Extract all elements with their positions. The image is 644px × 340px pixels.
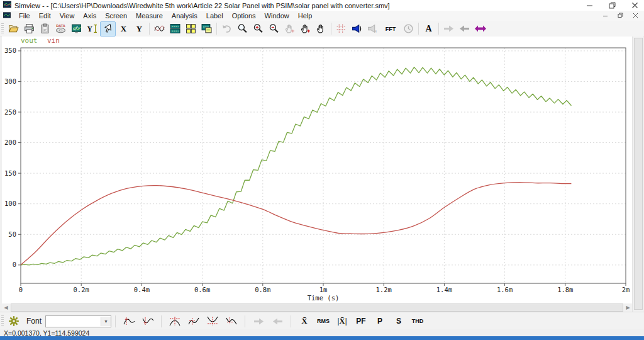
fft-button[interactable]: FFT bbox=[380, 21, 401, 37]
zoom-out-icon bbox=[269, 23, 279, 34]
abs-mean-button[interactable]: |X̄| bbox=[333, 314, 352, 329]
abs-mean-label: |X̄| bbox=[337, 316, 347, 326]
horizontal-scrollbar[interactable]: ◀ ▶ bbox=[2, 303, 632, 312]
menu-view[interactable]: View bbox=[55, 11, 79, 20]
close-icon bbox=[631, 2, 638, 9]
local-min-button[interactable] bbox=[222, 314, 241, 329]
screen-layout-button[interactable] bbox=[199, 21, 214, 37]
minimize-button[interactable] bbox=[582, 1, 596, 9]
menu-measure[interactable]: Measure bbox=[131, 11, 167, 20]
next-peak-button[interactable] bbox=[119, 314, 138, 329]
svg-text:350: 350 bbox=[4, 47, 16, 54]
horizontal-scroll-thumb[interactable] bbox=[11, 303, 623, 312]
zoom-in-button[interactable] bbox=[250, 21, 266, 37]
svg-text:250: 250 bbox=[4, 108, 16, 116]
document-icon[interactable] bbox=[3, 11, 11, 20]
save-data-button[interactable]: DATA bbox=[53, 21, 69, 37]
simview-window: Simview - - [C:\Users\HP\Downloads\Wired… bbox=[0, 0, 644, 340]
restore-button[interactable] bbox=[605, 1, 619, 9]
next-valley-button[interactable] bbox=[138, 314, 157, 329]
pan-zoom-button[interactable] bbox=[297, 21, 313, 37]
prev-page-button[interactable] bbox=[457, 21, 472, 37]
menu-screen[interactable]: Screen bbox=[101, 11, 131, 20]
measure-tool-button[interactable] bbox=[349, 21, 365, 37]
menu-file[interactable]: File bbox=[14, 11, 35, 20]
pointer-tool-button[interactable] bbox=[100, 21, 116, 37]
vertical-scroll-thumb[interactable] bbox=[634, 38, 643, 310]
real-power-button[interactable]: P bbox=[370, 314, 389, 329]
curves-button[interactable] bbox=[152, 21, 167, 37]
x-axis-button[interactable]: X bbox=[116, 21, 131, 37]
scroll-right-arrow[interactable]: ▶ bbox=[624, 303, 632, 312]
chevron-down-icon[interactable]: ▼ bbox=[101, 317, 111, 326]
menu-label[interactable]: Label bbox=[202, 11, 228, 20]
cursor-readout: X=0.001370, Y1=114.599024 bbox=[4, 329, 89, 337]
svg-text:1.6m: 1.6m bbox=[497, 286, 513, 293]
text-label: A bbox=[425, 24, 431, 34]
menu-options[interactable]: Options bbox=[228, 11, 260, 20]
menu-analysis[interactable]: Analysis bbox=[167, 11, 202, 20]
thd-button[interactable]: THD bbox=[408, 314, 427, 329]
power-factor-button[interactable]: PF bbox=[352, 314, 370, 329]
undo-button[interactable] bbox=[219, 21, 235, 37]
settings-button[interactable] bbox=[6, 314, 21, 329]
next-page-button[interactable] bbox=[441, 21, 457, 37]
svg-text:Time (s): Time (s) bbox=[308, 294, 340, 302]
scroll-left-arrow[interactable]: ◀ bbox=[2, 303, 10, 312]
next-point-button[interactable] bbox=[249, 314, 268, 329]
full-range-button[interactable] bbox=[472, 21, 488, 37]
rms-button[interactable]: RMS bbox=[314, 314, 333, 329]
copy-clipboard-button[interactable] bbox=[37, 21, 53, 37]
prev-point-button[interactable] bbox=[268, 314, 287, 329]
global-max-button[interactable] bbox=[165, 314, 184, 329]
toolbar-separator bbox=[331, 23, 331, 35]
toolbar-grip[interactable] bbox=[1, 315, 4, 327]
menu-axis[interactable]: Axis bbox=[79, 11, 101, 20]
print-button[interactable] bbox=[21, 21, 37, 37]
measure-tool-disabled-button[interactable]: 4 bbox=[365, 21, 380, 37]
measurement-toolbar: Font ▼ bbox=[0, 312, 644, 330]
split-screens-button[interactable] bbox=[167, 21, 183, 37]
hand-plus-icon bbox=[300, 23, 311, 34]
add-text-button[interactable]: A bbox=[421, 21, 436, 37]
zoom-button[interactable] bbox=[235, 21, 250, 37]
y-axis-button[interactable]: Y bbox=[131, 21, 147, 37]
main-toolbar: DATA Y X bbox=[0, 21, 644, 37]
mdi-close-button[interactable] bbox=[630, 12, 640, 19]
y-cursor-button[interactable]: Y bbox=[84, 21, 100, 37]
waveform-chart[interactable]: 00.2m0.4m0.6m0.8m1m1.2m1.4m1.6m1.8m2m050… bbox=[2, 37, 632, 303]
svg-text:2m: 2m bbox=[622, 286, 630, 293]
add-waveform-button[interactable] bbox=[69, 21, 84, 37]
open-button[interactable] bbox=[6, 21, 21, 37]
mdi-restore-button[interactable] bbox=[615, 12, 625, 19]
mean-button[interactable]: X̄ bbox=[295, 314, 314, 329]
menu-window[interactable]: Window bbox=[260, 11, 294, 20]
thd-label: THD bbox=[412, 318, 424, 324]
svg-text:1.2m: 1.2m bbox=[376, 286, 392, 293]
simview-logo-icon bbox=[3, 1, 11, 9]
time-display-disabled-button[interactable] bbox=[401, 21, 416, 37]
arrow-both-purple-icon bbox=[474, 24, 487, 33]
svg-text:0.8m: 0.8m bbox=[255, 286, 270, 293]
menu-help[interactable]: Help bbox=[294, 11, 317, 20]
zoom-out-button[interactable] bbox=[266, 21, 282, 37]
font-combobox[interactable]: ▼ bbox=[45, 315, 111, 327]
vertical-scrollbar[interactable] bbox=[632, 37, 643, 312]
gear-icon bbox=[8, 315, 19, 327]
y-axis-cursor-icon: Y bbox=[87, 23, 97, 34]
font-label: Font bbox=[26, 317, 42, 326]
svg-text:vout: vout bbox=[21, 37, 38, 45]
toolbar-separator bbox=[161, 315, 162, 327]
arrow-left-gray-icon bbox=[458, 24, 470, 33]
grid-layout-button[interactable] bbox=[183, 21, 199, 37]
pan-zoom-disabled-button[interactable] bbox=[282, 21, 297, 37]
pan-button[interactable] bbox=[313, 21, 329, 37]
mdi-minimize-button[interactable] bbox=[600, 12, 610, 19]
close-button[interactable] bbox=[628, 1, 641, 9]
toolbar-grip[interactable] bbox=[1, 23, 4, 35]
apparent-power-button[interactable]: S bbox=[389, 314, 408, 329]
local-max-button[interactable] bbox=[184, 314, 203, 329]
menu-edit[interactable]: Edit bbox=[35, 11, 55, 20]
measure-cursors-button[interactable] bbox=[333, 21, 349, 37]
global-min-button[interactable] bbox=[203, 314, 222, 329]
